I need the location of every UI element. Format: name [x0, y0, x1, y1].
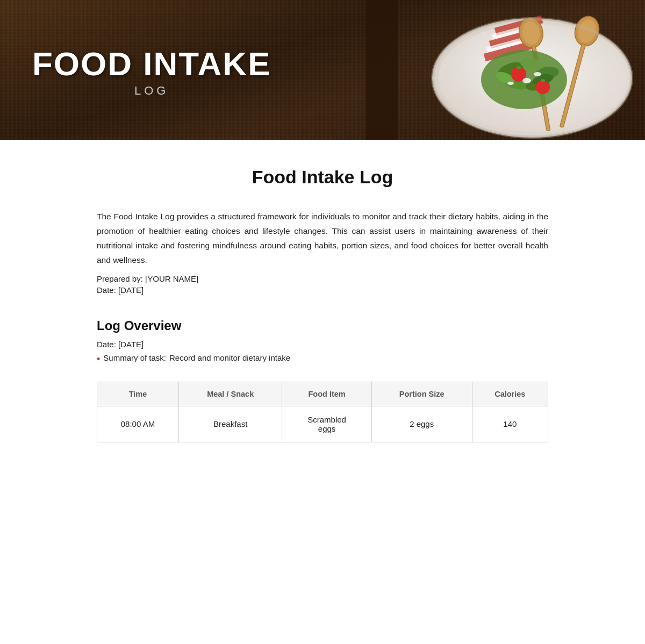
svg-point-31 [534, 72, 541, 76]
main-content: Food Intake Log The Food Intake Log prov… [54, 140, 591, 464]
date-value: [DATE] [118, 285, 144, 295]
date-label: Date: [97, 285, 116, 295]
bullet-icon: • [97, 353, 100, 366]
header-sub-title: LOG [32, 84, 271, 98]
overview-date-value: [DATE] [118, 340, 144, 349]
svg-point-29 [541, 79, 545, 82]
table-header-row: Time Meal / Snack Food Item Portion Size… [97, 382, 548, 406]
table-cell: 140 [472, 406, 548, 442]
header-banner: FOOD INTAKE LOG [0, 0, 645, 140]
intro-paragraph: The Food Intake Log provides a structure… [97, 209, 548, 268]
bullet-label: Summary of task: [103, 353, 166, 362]
table-row: 08:00 AMBreakfastScrambledeggs2 eggs140 [97, 406, 548, 442]
header-title-block: FOOD INTAKE LOG [0, 42, 271, 98]
bullet-summary: • Summary of task: Record and monitor di… [97, 353, 548, 366]
col-meal-snack: Meal / Snack [178, 382, 282, 406]
overview-section-title: Log Overview [97, 318, 548, 333]
table-cell: 08:00 AM [97, 406, 179, 442]
header-plate-visual [366, 0, 645, 140]
svg-point-32 [507, 82, 514, 85]
prepared-by-value: [YOUR NAME] [145, 274, 198, 283]
svg-point-30 [522, 78, 531, 83]
table-cell: Scrambledeggs [282, 406, 371, 442]
col-portion-size: Portion Size [371, 382, 472, 406]
page-title: Food Intake Log [97, 167, 548, 188]
food-table: Time Meal / Snack Food Item Portion Size… [97, 382, 548, 442]
table-cell: Breakfast [178, 406, 282, 442]
col-calories: Calories [472, 382, 548, 406]
prepared-by-label: Prepared by: [97, 274, 143, 283]
col-food-item: Food Item [282, 382, 371, 406]
bullet-value: Record and monitor dietary intake [169, 353, 290, 362]
col-time: Time [97, 382, 179, 406]
overview-date: Date: [DATE] [97, 340, 548, 349]
svg-point-26 [517, 66, 521, 69]
table-cell: 2 eggs [371, 406, 472, 442]
overview-date-label: Date: [97, 340, 116, 349]
date-line: Date: [DATE] [97, 285, 548, 295]
prepared-by-line: Prepared by: [YOUR NAME] [97, 274, 548, 283]
header-main-title: FOOD INTAKE [32, 47, 271, 81]
svg-rect-0 [366, 0, 398, 140]
